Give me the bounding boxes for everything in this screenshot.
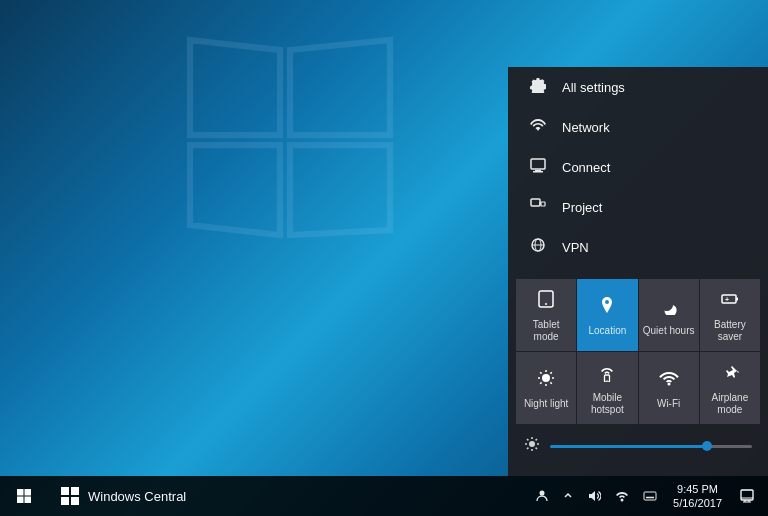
svg-point-48 [540,491,545,496]
network-item[interactable]: Network [508,107,768,147]
volume-icon[interactable] [583,476,605,516]
svg-line-38 [536,439,537,440]
svg-point-31 [529,441,535,447]
svg-rect-47 [71,497,79,505]
brand-logo-icon [60,486,80,506]
svg-line-36 [527,439,528,440]
brightness-icon [524,436,540,456]
svg-marker-0 [190,40,280,135]
airplane-mode-tile[interactable]: Airplane mode [700,352,760,424]
location-icon [597,295,617,320]
settings-icon [528,77,548,97]
mobile-hotspot-tile[interactable]: Mobile hotspot [577,352,637,424]
svg-point-30 [667,383,670,386]
svg-point-49 [621,499,624,502]
project-icon [528,197,548,217]
quiet-hours-icon [659,295,679,320]
connect-icon [528,157,548,177]
tablet-mode-label: Tablet mode [520,319,572,343]
clock-time: 9:45 PM [677,482,718,496]
svg-marker-2 [190,145,280,235]
people-icon[interactable] [531,476,553,516]
network-icon [528,117,548,137]
night-light-icon [536,368,556,393]
chevron-up-icon[interactable] [559,476,577,516]
quiet-hours-tile[interactable]: Quiet hours [639,279,699,351]
svg-line-27 [540,382,541,383]
brightness-control [508,424,768,464]
desktop: All settings Network [0,0,768,516]
night-light-tile[interactable]: Night light [516,352,576,424]
svg-line-25 [551,382,552,383]
airplane-mode-label: Airplane mode [704,392,756,416]
tablet-mode-tile[interactable]: Tablet mode [516,279,576,351]
vpn-icon [528,237,548,257]
svg-point-15 [545,303,547,305]
system-clock[interactable]: 9:45 PM 5/16/2017 [667,482,728,511]
location-tile[interactable]: Location [577,279,637,351]
svg-rect-50 [644,492,656,500]
mobile-hotspot-label: Mobile hotspot [581,392,633,416]
brand-name: Windows Central [88,489,186,504]
svg-line-39 [527,448,528,449]
svg-rect-43 [25,497,32,504]
clock-date: 5/16/2017 [673,496,722,510]
connect-item[interactable]: Connect [508,147,768,187]
wifi-tile[interactable]: Wi-Fi [639,352,699,424]
network-taskbar-icon[interactable] [611,476,633,516]
svg-rect-40 [17,489,24,496]
keyboard-icon[interactable] [639,476,661,516]
all-settings-item[interactable]: All settings [508,67,768,107]
svg-rect-45 [71,487,79,495]
all-settings-label: All settings [562,80,625,95]
project-label: Project [562,200,602,215]
svg-rect-42 [17,497,24,504]
night-light-label: Night light [524,398,568,410]
taskbar: Windows Central [0,476,768,516]
svg-line-26 [551,372,552,373]
svg-rect-41 [25,489,32,496]
battery-saver-tile[interactable]: + Battery saver [700,279,760,351]
airplane-icon [720,362,740,387]
battery-saver-icon: + [720,289,740,314]
svg-rect-6 [533,171,543,173]
project-item[interactable]: Project [508,187,768,227]
svg-marker-1 [290,40,390,135]
desktop-logo [180,30,400,250]
vpn-label: VPN [562,240,589,255]
battery-saver-label: Battery saver [704,319,756,343]
wifi-label: Wi-Fi [657,398,680,410]
ac-menu-list: All settings Network [508,67,768,267]
svg-rect-17 [736,298,738,301]
wifi-icon [659,368,679,393]
svg-rect-7 [531,199,540,206]
system-tray: 9:45 PM 5/16/2017 [523,476,768,516]
svg-marker-3 [290,145,390,235]
svg-rect-4 [531,159,545,169]
svg-line-37 [536,448,537,449]
svg-point-19 [542,374,550,382]
location-label: Location [588,325,626,337]
connect-label: Connect [562,160,610,175]
svg-rect-44 [61,487,69,495]
network-label: Network [562,120,610,135]
quick-actions-grid: Tablet mode Location Quiet hours [508,271,768,424]
svg-text:+: + [725,296,729,303]
svg-line-24 [540,372,541,373]
brightness-slider[interactable] [550,445,752,448]
quiet-hours-label: Quiet hours [643,325,695,337]
taskbar-brand: Windows Central [48,486,198,506]
start-button[interactable] [0,476,48,516]
mobile-hotspot-icon [597,362,617,387]
notification-center-button[interactable] [734,489,760,503]
action-center: All settings Network [508,67,768,476]
tablet-mode-icon [536,289,556,314]
vpn-item[interactable]: VPN [508,227,768,267]
svg-rect-46 [61,497,69,505]
svg-point-29 [607,380,608,381]
svg-rect-8 [541,202,545,206]
